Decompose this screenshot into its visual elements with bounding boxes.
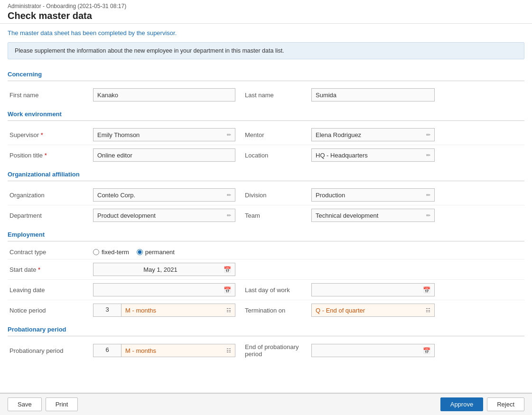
value-contract-type: fixed-term permanent — [93, 249, 283, 256]
select-prob-months[interactable]: M - months ☷ — [121, 344, 235, 357]
probationary-period-row: 6 M - months ☷ — [93, 344, 235, 357]
calendar-last-day-icon[interactable]: 📅 — [423, 286, 430, 294]
radio-permanent[interactable]: permanent — [137, 249, 175, 256]
input-prob-num[interactable]: 6 — [93, 344, 121, 357]
row-leaving-date: Leaving date 📅 Last day of work 📅 — [8, 280, 524, 300]
value-notice-period: 3 M - months ☷ — [93, 304, 235, 317]
section-employment: Employment Contract type fixed-term perm… — [8, 227, 524, 320]
row-probationary-period: Probationary period 6 M - months ☷ End o… — [8, 340, 524, 361]
label-termination: Termination on — [235, 307, 311, 314]
label-notice-period: Notice period — [8, 307, 93, 314]
input-lastname[interactable]: Sumida — [311, 88, 435, 101]
edit-supervisor-icon[interactable]: ✏ — [227, 132, 231, 138]
calendar-end-prob-icon[interactable]: 📅 — [423, 347, 430, 354]
page-wrapper: Administrator - Onboarding (2021-05-31 0… — [0, 0, 532, 415]
value-leaving-date: 📅 — [93, 283, 235, 296]
section-title-work-env: Work environment — [8, 107, 524, 121]
input-firstname[interactable]: Kanako — [93, 88, 235, 101]
footer-left: Save Print — [8, 397, 78, 411]
input-department[interactable]: Product development ✏ — [93, 209, 235, 222]
label-supervisor: Supervisor * — [8, 131, 93, 138]
value-department: Product development ✏ — [93, 209, 235, 222]
footer-bar: Save Print Approve Reject — [0, 393, 532, 415]
input-last-day[interactable]: 📅 — [311, 283, 435, 296]
radio-label-permanent: permanent — [145, 249, 175, 256]
section-work-environment: Work environment Supervisor * Emily Thom… — [8, 107, 524, 165]
value-division: Production ✏ — [311, 188, 435, 202]
pair-lastname: Last name Sumida — [235, 88, 524, 101]
row-notice-period: Notice period 3 M - months ☷ Termination… — [8, 300, 524, 320]
print-button[interactable]: Print — [46, 397, 78, 411]
section-concerning: Concerning First name Kanako Last name S… — [8, 67, 524, 105]
save-button[interactable]: Save — [8, 397, 42, 411]
pair-termination: Termination on Q - End of quarter ☷ — [235, 304, 524, 317]
admin-info: Administrator - Onboarding (2021-05-31 0… — [8, 3, 524, 9]
input-supervisor[interactable]: Emily Thomson ✏ — [93, 128, 235, 141]
row-organization: Organization Contelo Corp. ✏ Division Pr… — [8, 185, 524, 205]
row-department: Department Product development ✏ Team Te… — [8, 205, 524, 225]
edit-division-icon[interactable]: ✏ — [426, 192, 430, 198]
edit-mentor-icon[interactable]: ✏ — [426, 132, 430, 138]
radio-input-permanent[interactable] — [137, 249, 143, 255]
value-firstname: Kanako — [93, 88, 235, 101]
label-contract-type: Contract type — [8, 249, 93, 256]
value-end-probationary: 📅 — [311, 344, 435, 357]
reject-button[interactable]: Reject — [487, 397, 524, 411]
edit-org-icon[interactable]: ✏ — [227, 192, 231, 198]
label-division: Division — [235, 192, 311, 199]
input-position-title[interactable]: Online editor — [93, 148, 235, 162]
pair-division: Division Production ✏ — [235, 188, 524, 202]
page-title: Check master data — [8, 10, 524, 21]
edit-dept-icon[interactable]: ✏ — [227, 212, 231, 219]
input-location[interactable]: HQ - Headquarters ✏ — [311, 148, 435, 162]
pair-location: Location HQ - Headquarters ✏ — [235, 148, 524, 162]
radio-label-fixed-term: fixed-term — [102, 249, 129, 256]
value-location: HQ - Headquarters ✏ — [311, 148, 435, 162]
input-organization[interactable]: Contelo Corp. ✏ — [93, 188, 235, 202]
label-team: Team — [235, 212, 311, 219]
radio-group-contract: fixed-term permanent — [93, 249, 283, 256]
section-org-affiliation: Organizational affiliation Organization … — [8, 167, 524, 225]
row-contract-type: Contract type fixed-term permanent — [8, 245, 524, 259]
row-start-date: Start date * May 1, 2021 📅 — [8, 259, 524, 280]
input-start-date[interactable]: May 1, 2021 📅 — [93, 263, 235, 276]
label-department: Department — [8, 212, 93, 219]
dropdown-termination-icon[interactable]: ☷ — [426, 307, 430, 314]
select-notice-months[interactable]: M - months ☷ — [121, 304, 235, 317]
select-termination[interactable]: Q - End of quarter ☷ — [311, 304, 435, 317]
dropdown-notice-icon[interactable]: ☷ — [226, 307, 231, 314]
info-message: The master data sheet has been completed… — [8, 29, 524, 37]
pair-mentor: Mentor Elena Rodriguez ✏ — [235, 128, 524, 141]
label-location: Location — [235, 152, 311, 159]
label-lastname: Last name — [235, 92, 311, 99]
input-division[interactable]: Production ✏ — [311, 188, 435, 202]
value-lastname: Sumida — [311, 88, 435, 101]
value-organization: Contelo Corp. ✏ — [93, 188, 235, 202]
input-notice-num[interactable]: 3 — [93, 304, 121, 317]
input-leaving-date[interactable]: 📅 — [93, 283, 235, 296]
value-start-date: May 1, 2021 📅 — [93, 263, 235, 276]
edit-team-icon[interactable]: ✏ — [426, 212, 430, 219]
input-team[interactable]: Technical development ✏ — [311, 209, 435, 222]
input-mentor[interactable]: Elena Rodriguez ✏ — [311, 128, 435, 141]
pair-end-probationary: End of probationary period 📅 — [235, 343, 524, 358]
calendar-start-date-icon[interactable]: 📅 — [224, 266, 231, 273]
dropdown-prob-icon[interactable]: ☷ — [226, 348, 231, 354]
radio-input-fixed-term[interactable] — [93, 249, 99, 255]
label-last-day: Last day of work — [235, 286, 311, 294]
value-termination: Q - End of quarter ☷ — [311, 304, 435, 317]
value-last-day: 📅 — [311, 283, 435, 296]
label-start-date: Start date * — [8, 266, 93, 273]
section-title-probationary: Probationary period — [8, 322, 524, 336]
edit-location-icon[interactable]: ✏ — [426, 152, 430, 158]
calendar-leaving-date-icon[interactable]: 📅 — [224, 286, 231, 294]
value-probationary-period: 6 M - months ☷ — [93, 344, 235, 357]
input-end-probationary[interactable]: 📅 — [311, 344, 435, 357]
section-title-org: Organizational affiliation — [8, 167, 524, 181]
value-mentor: Elena Rodriguez ✏ — [311, 128, 435, 141]
approve-button[interactable]: Approve — [440, 397, 483, 411]
pair-last-day: Last day of work 📅 — [235, 283, 524, 296]
label-mentor: Mentor — [235, 131, 311, 138]
radio-fixed-term[interactable]: fixed-term — [93, 249, 129, 256]
row-position-title: Position title * Online editor Location … — [8, 145, 524, 165]
